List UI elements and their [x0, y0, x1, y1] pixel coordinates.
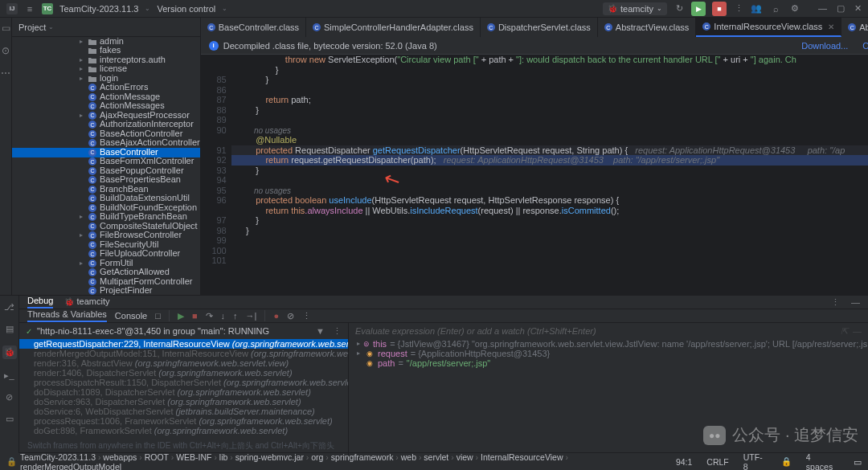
step-over-icon[interactable]: ↷: [206, 311, 213, 321]
editor-tab[interactable]: CAbstractView.class: [598, 18, 697, 37]
breadcrumb-item[interactable]: servlet: [424, 452, 448, 462]
expand-icon[interactable]: ⇱: [841, 326, 848, 337]
lock-icon[interactable]: 🔒: [6, 456, 17, 467]
settings-icon[interactable]: ⚙: [789, 3, 800, 14]
indent-info[interactable]: 4 spaces: [806, 452, 839, 471]
more-debug-icon[interactable]: ⋮: [302, 311, 311, 321]
debug-restart-icon[interactable]: ↻: [674, 3, 685, 14]
code-with-me-icon[interactable]: 👥: [751, 3, 762, 14]
editor-tab[interactable]: CAbstract...: [841, 18, 868, 37]
expand-arrow-icon[interactable]: ▸: [80, 57, 88, 63]
line-separator[interactable]: CRLF: [706, 457, 728, 467]
breadcrumb-item[interactable]: view: [457, 452, 473, 462]
build-icon[interactable]: ▭: [6, 414, 14, 424]
memory-icon[interactable]: ▭: [854, 457, 862, 467]
expand-arrow-icon[interactable]: ▸: [80, 214, 88, 220]
tab-teamcity-run[interactable]: 🐞 teamcity: [64, 296, 109, 308]
breadcrumb-item[interactable]: spring-webmvc.jar: [235, 452, 304, 462]
breadcrumb-item[interactable]: org: [311, 452, 323, 462]
stack-frame[interactable]: doDispatch:1089, DispatcherServlet (org.…: [19, 387, 348, 397]
services-icon[interactable]: ▤: [6, 324, 14, 334]
vc-dropdown-icon[interactable]: ⌄: [222, 5, 227, 12]
commit-toolwindow-icon[interactable]: ⊙: [0, 45, 11, 56]
mute-breakpoints-icon[interactable]: ⊘: [287, 311, 294, 321]
breadcrumb-item[interactable]: ROOT: [145, 452, 169, 462]
stack-frame[interactable]: doService:963, DispatcherServlet (org.sp…: [19, 397, 348, 407]
breadcrumb-item[interactable]: web: [401, 452, 416, 462]
stack-frame[interactable]: render:316, AbstractView (org.springfram…: [19, 358, 348, 368]
stack-frame[interactable]: processDispatchResult:1150, DispatcherSe…: [19, 378, 348, 387]
stop-debug-icon[interactable]: ■: [192, 311, 198, 321]
editor-tab[interactable]: CDispatcherServlet.class: [481, 18, 598, 37]
breadcrumb-item[interactable]: springframework: [331, 452, 394, 462]
problems-icon[interactable]: ⊘: [6, 392, 13, 403]
breadcrumb-item[interactable]: TeamCity-2023.11.3: [20, 452, 96, 462]
debug-toolwindow-icon[interactable]: 🐞: [2, 345, 17, 359]
search-everywhere-icon[interactable]: ⌕: [770, 3, 781, 14]
run-config-selector[interactable]: 🐞 teamcity ⌄: [603, 2, 667, 15]
stack-frame[interactable]: doService:6, WebDispatcherServlet (jetbr…: [19, 407, 348, 416]
editor-tab[interactable]: CInternalResourceView.class✕: [696, 18, 841, 37]
project-dropdown-icon[interactable]: ⌄: [145, 5, 150, 12]
project-toolwindow-icon[interactable]: ▭: [0, 22, 11, 34]
breakpoints-icon[interactable]: ●: [273, 311, 279, 321]
minimize-icon[interactable]: —: [818, 3, 827, 14]
expand-arrow-icon[interactable]: ▸: [80, 39, 88, 45]
filter-icon[interactable]: ▼: [316, 326, 325, 336]
variable-row[interactable]: ▸⊜this = {JstlView@31467} "org.springfra…: [349, 339, 868, 349]
step-into-icon[interactable]: ↓: [221, 311, 226, 321]
project-name[interactable]: TeamCity-2023.11.3: [59, 4, 138, 14]
tree-item[interactable]: CProjectFinder: [12, 287, 200, 296]
editor-tab[interactable]: CSimpleControllerHandlerAdapter.class: [306, 18, 481, 37]
breadcrumb-item[interactable]: lib: [219, 452, 228, 462]
variable-row[interactable]: ◉path = "/app/rest/server;.jsp": [349, 358, 868, 368]
expand-arrow-icon[interactable]: ▸: [80, 260, 88, 267]
lock-indicator-icon[interactable]: 🔒: [781, 456, 792, 467]
step-out-icon[interactable]: ↑: [233, 311, 238, 321]
stop-button[interactable]: ■: [712, 2, 727, 16]
git-icon[interactable]: ⎇: [4, 302, 14, 313]
version-control[interactable]: Version control: [157, 4, 215, 14]
console-tab[interactable]: Console: [115, 311, 147, 321]
project-panel-header[interactable]: Project ⌄: [12, 18, 200, 37]
close-window-icon[interactable]: ✕: [854, 3, 862, 14]
breadcrumb-item[interactable]: WEB-INF: [176, 452, 211, 462]
stack-frame[interactable]: render:1406, DispatcherServlet (org.spri…: [19, 368, 348, 378]
download-sources-link[interactable]: Download...: [801, 41, 848, 51]
breadcrumb-item[interactable]: InternalResourceView: [481, 452, 563, 462]
expand-arrow-icon[interactable]: ▸: [80, 76, 88, 82]
more-actions-icon[interactable]: ⋮: [733, 3, 744, 14]
more-frames-icon[interactable]: ⋮: [333, 326, 342, 337]
threads-variables-tab[interactable]: Threads & Variables: [27, 309, 107, 322]
expand-arrow-icon[interactable]: ▸: [80, 232, 88, 239]
expand-arrow-icon[interactable]: ▸: [80, 66, 88, 72]
stack-frame[interactable]: processRequest:1006, FrameworkServlet (o…: [19, 416, 348, 426]
editor-tab[interactable]: CBaseController.class: [201, 18, 306, 37]
code-lines[interactable]: throw new ServletException("Circular vie…: [231, 55, 868, 295]
more-icon[interactable]: ⋮: [831, 297, 840, 308]
evaluate-expression-input[interactable]: Evaluate expression (Enter) or add a wat…: [349, 323, 868, 339]
hide-eval-icon[interactable]: —: [853, 326, 862, 336]
tab-debug[interactable]: Debug: [27, 296, 53, 309]
caret-position[interactable]: 94:1: [676, 457, 692, 467]
resume-icon[interactable]: ▶: [178, 311, 184, 321]
run-to-cursor-icon[interactable]: →|: [246, 311, 257, 321]
intellij-icon[interactable]: IJ: [6, 3, 18, 14]
variable-row[interactable]: ▸◉request = {ApplicationHttpRequest@3145…: [349, 349, 868, 358]
frames-list[interactable]: getRequestDispatcher:229, InternalResour…: [19, 339, 348, 435]
code-editor[interactable]: 858687888990919293949596979899100101 thr…: [201, 55, 868, 295]
file-encoding[interactable]: UTF-8: [743, 452, 767, 471]
breadcrumb-item[interactable]: renderMergedOutputModel: [20, 462, 121, 471]
stack-frame[interactable]: renderMergedOutputModel:151, InternalRes…: [19, 349, 348, 358]
breadcrumbs[interactable]: TeamCity-2023.11.3 › webapps › ROOT › WE…: [20, 452, 658, 471]
hide-icon[interactable]: —: [851, 297, 860, 307]
expand-arrow-icon[interactable]: ▸: [80, 112, 88, 119]
close-tab-icon[interactable]: ✕: [828, 22, 834, 31]
maximize-icon[interactable]: ▢: [837, 3, 845, 14]
stack-frame[interactable]: doGet:898, FrameworkServlet (org.springf…: [19, 426, 348, 435]
run-button[interactable]: ▶: [691, 2, 706, 16]
menu-icon[interactable]: ≡: [24, 3, 35, 14]
project-tree[interactable]: ▸adminfakes▸interceptors.auth▸license▸lo…: [12, 37, 200, 295]
breadcrumb-item[interactable]: webapps: [103, 452, 137, 462]
variables-list[interactable]: ▸⊜this = {JstlView@31467} "org.springfra…: [349, 339, 868, 368]
